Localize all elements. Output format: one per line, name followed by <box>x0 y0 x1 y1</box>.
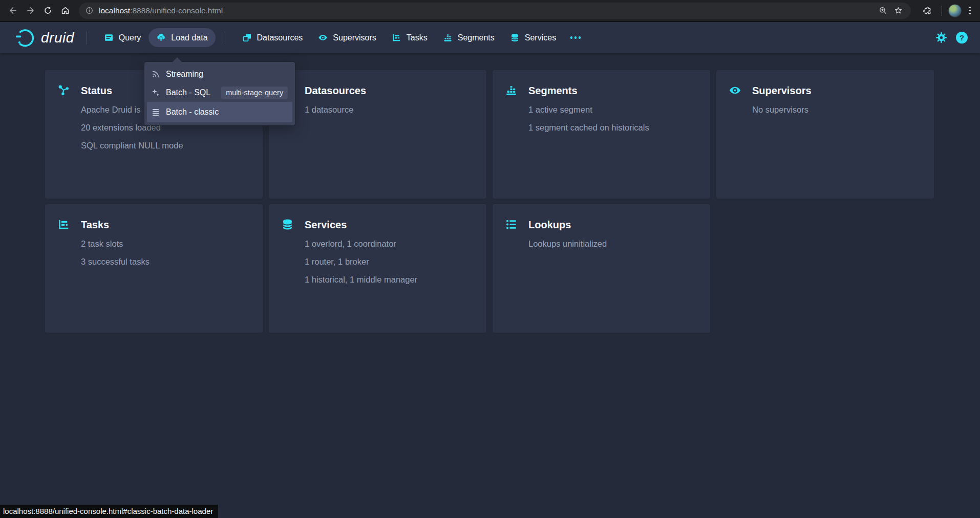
refresh-icon <box>43 6 53 15</box>
menu-item-streaming[interactable]: Streaming <box>147 65 292 83</box>
card-line: 1 overlord, 1 coordinator <box>305 238 474 249</box>
star-icon <box>894 6 903 15</box>
nav-item-label: Datasources <box>257 33 303 42</box>
browser-menu-button[interactable] <box>965 7 975 14</box>
card-line: 1 active segment <box>528 104 698 115</box>
services-card[interactable]: Services 1 overlord, 1 coordinator 1 rou… <box>269 204 486 333</box>
toolbar-divider <box>942 6 942 16</box>
supervisors-card[interactable]: Supervisors No supervisors <box>716 70 934 199</box>
back-icon <box>8 6 18 15</box>
nav-item-datasources[interactable]: Datasources <box>235 28 311 47</box>
card-line: Lookups uninitialized <box>528 238 698 249</box>
stacked-bars-icon <box>443 33 453 42</box>
puzzle-icon <box>922 6 932 15</box>
nav-item-label: Tasks <box>407 33 428 42</box>
refresh-button[interactable] <box>39 2 56 19</box>
card-title: Datasources <box>305 84 474 97</box>
msq-tag: multi-stage-query <box>221 87 288 99</box>
nav-divider <box>87 31 87 45</box>
card-line: 2 task slots <box>81 238 250 249</box>
help-button[interactable]: ? <box>956 32 968 44</box>
druid-logo[interactable]: druid <box>14 27 77 49</box>
card-title: Supervisors <box>752 84 922 97</box>
eye-icon <box>318 33 328 42</box>
nav-divider <box>225 31 225 45</box>
gantt-icon <box>392 33 401 42</box>
nav-item-label: Load data <box>171 33 207 42</box>
sparkles-icon <box>151 88 160 97</box>
list-icon <box>151 107 160 117</box>
card-line: 1 segment cached on historicals <box>528 122 698 133</box>
console-icon <box>104 33 114 42</box>
properties-icon <box>505 218 518 231</box>
profile-avatar[interactable] <box>948 4 962 17</box>
gantt-icon <box>57 218 70 231</box>
url-text: localhost:8888/unified-console.html <box>99 6 223 15</box>
browser-toolbar: localhost:8888/unified-console.html <box>0 0 980 22</box>
cloud-upload-icon <box>156 33 166 42</box>
nav-item-label: Query <box>119 33 141 42</box>
zoom-page-button[interactable] <box>875 3 890 18</box>
back-button[interactable] <box>4 2 22 19</box>
druid-header: druid Query Load data Datasources Superv… <box>0 22 980 53</box>
database-icon <box>510 33 520 42</box>
card-line: 3 successful tasks <box>81 256 250 267</box>
load-data-menu: Streaming Batch - SQL multi-stage-query … <box>144 62 295 125</box>
datasources-card[interactable]: Datasources 1 datasource <box>269 70 486 199</box>
menu-item-batch-sql[interactable]: Batch - SQL multi-stage-query <box>147 83 292 102</box>
card-title: Lookups <box>528 218 698 231</box>
card-title: Tasks <box>81 218 250 231</box>
nav-item-query[interactable]: Query <box>96 28 149 47</box>
nav-item-load-data[interactable]: Load data <box>148 28 215 47</box>
card-line: No supervisors <box>752 104 922 115</box>
card-title: Segments <box>528 84 698 97</box>
eye-icon <box>729 84 741 97</box>
tasks-card[interactable]: Tasks 2 task slots 3 successful tasks <box>45 204 263 333</box>
nav-item-label: Services <box>525 33 556 42</box>
menu-item-label: Streaming <box>166 70 203 79</box>
zoom-magnifier-icon <box>879 6 887 15</box>
bookmark-button[interactable] <box>890 3 906 18</box>
stacked-bars-icon <box>505 84 518 97</box>
menu-item-label: Batch - classic <box>166 107 219 117</box>
help-label: ? <box>960 33 964 42</box>
feed-icon <box>151 70 160 79</box>
link-status-bar: localhost:8888/unified-console.html#clas… <box>0 505 218 518</box>
card-title: Services <box>305 218 474 231</box>
site-info-icon[interactable] <box>85 6 94 15</box>
forward-button[interactable] <box>22 2 39 19</box>
graph-icon <box>57 84 70 97</box>
segments-card[interactable]: Segments 1 active segment 1 segment cach… <box>493 70 710 199</box>
card-line: SQL compliant NULL mode <box>81 140 250 151</box>
database-icon <box>281 218 294 231</box>
lookups-card[interactable]: Lookups Lookups uninitialized <box>493 204 710 333</box>
menu-item-batch-classic[interactable]: Batch - classic <box>147 102 292 122</box>
home-icon <box>60 6 70 15</box>
nav-item-label: Segments <box>458 33 495 42</box>
druid-logo-icon <box>14 27 36 49</box>
url-bar[interactable]: localhost:8888/unified-console.html <box>79 3 911 19</box>
nav-item-services[interactable]: Services <box>502 28 564 47</box>
card-line: 1 historical, 1 middle manager <box>305 274 474 285</box>
nav-item-segments[interactable]: Segments <box>435 28 502 47</box>
extensions-button[interactable] <box>918 2 935 19</box>
menu-item-label: Batch - SQL <box>166 88 210 97</box>
home-button[interactable] <box>56 2 74 19</box>
card-line: 1 router, 1 broker <box>305 256 474 267</box>
settings-gear-icon[interactable] <box>935 32 947 44</box>
nav-item-supervisors[interactable]: Supervisors <box>310 28 384 47</box>
more-icon <box>570 36 572 38</box>
brand-name: druid <box>41 30 77 46</box>
nav-item-label: Supervisors <box>333 33 376 42</box>
nav-item-tasks[interactable]: Tasks <box>384 28 435 47</box>
stacked-panels-icon <box>242 33 252 42</box>
card-line: 1 datasource <box>305 104 474 115</box>
nav-more-button[interactable] <box>564 31 587 44</box>
forward-icon <box>26 6 35 15</box>
